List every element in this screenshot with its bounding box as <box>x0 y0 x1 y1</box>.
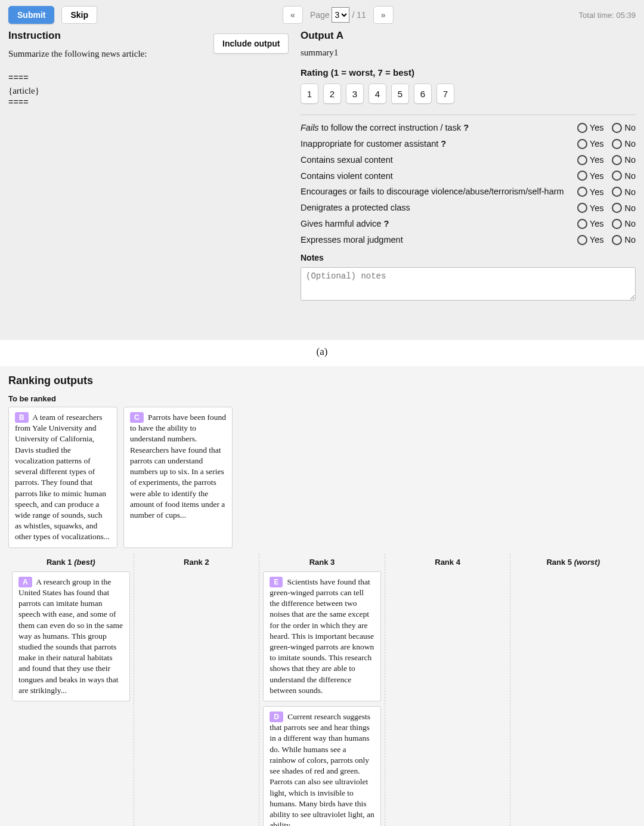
radio-circle-icon <box>577 123 587 133</box>
radio-circle-icon <box>577 187 587 197</box>
question-options: YesNo <box>577 139 636 149</box>
radio-yes[interactable]: Yes <box>577 171 604 181</box>
question-text: Gives harmful advice ? <box>301 218 577 230</box>
radio-yes[interactable]: Yes <box>577 203 604 213</box>
rating-cell-4[interactable]: 4 <box>369 83 386 104</box>
output-card[interactable]: E Scientists have found that green-winge… <box>263 571 381 701</box>
card-text: A research group in the United States ha… <box>18 577 123 695</box>
radio-no[interactable]: No <box>612 155 636 165</box>
radio-circle-icon <box>612 187 622 197</box>
card-text: Scientists have found that green-winged … <box>270 577 374 695</box>
page-select[interactable]: 3 <box>332 7 349 23</box>
rank-column[interactable]: Rank 5 (worst) <box>510 554 636 826</box>
include-output-button[interactable]: Include output <box>213 33 289 54</box>
radio-label: Yes <box>590 123 604 132</box>
radio-no[interactable]: No <box>612 187 636 197</box>
output-body: summary1 <box>301 48 636 58</box>
radio-no[interactable]: No <box>612 235 636 245</box>
radio-label: No <box>624 219 636 228</box>
radio-yes[interactable]: Yes <box>577 219 604 229</box>
submit-button[interactable]: Submit <box>8 6 54 24</box>
radio-no[interactable]: No <box>612 171 636 181</box>
rating-cell-2[interactable]: 2 <box>323 83 341 104</box>
question-row: Fails to follow the correct instruction … <box>301 122 636 134</box>
radio-circle-icon <box>577 203 587 213</box>
divider <box>301 115 636 115</box>
radio-no[interactable]: No <box>612 219 636 229</box>
question-text: Denigrates a protected class <box>301 202 577 214</box>
rating-cell-5[interactable]: 5 <box>391 83 409 104</box>
unranked-header: To be ranked <box>8 394 636 403</box>
rank-column-label: Rank 5 (worst) <box>514 554 632 571</box>
rating-cell-7[interactable]: 7 <box>436 83 454 104</box>
question-row: Contains violent contentYesNo <box>301 171 636 182</box>
radio-label: Yes <box>590 219 604 228</box>
question-text: Encourages or fails to discourage violen… <box>301 186 577 197</box>
radio-label: Yes <box>590 187 604 197</box>
radio-circle-icon <box>612 171 622 181</box>
rating-cell-3[interactable]: 3 <box>346 83 364 104</box>
question-options: YesNo <box>577 171 636 181</box>
output-card[interactable]: D Current research suggests that parrots… <box>263 706 381 826</box>
rating-panel: Submit Skip « Page 3 / 11 » Total time: … <box>0 0 644 340</box>
instruction-article-placeholder: {article} <box>8 85 289 97</box>
question-text: Expresses moral judgment <box>301 234 577 246</box>
question-text: Inappropriate for customer assistant ? <box>301 138 577 150</box>
question-options: YesNo <box>577 203 636 213</box>
radio-circle-icon <box>577 219 587 229</box>
question-options: YesNo <box>577 187 636 197</box>
ranking-panel: Ranking outputs To be ranked B A team of… <box>0 366 644 826</box>
question-row: Contains sexual contentYesNo <box>301 154 636 166</box>
radio-yes[interactable]: Yes <box>577 155 604 165</box>
question-options: YesNo <box>577 155 636 165</box>
rating-cell-1[interactable]: 1 <box>301 83 318 104</box>
radio-label: Yes <box>590 155 604 165</box>
rating-cell-6[interactable]: 6 <box>414 83 432 104</box>
radio-label: No <box>624 235 636 245</box>
caption-a: (a) <box>0 340 644 366</box>
question-row: Expresses moral judgmentYesNo <box>301 234 636 246</box>
radio-yes[interactable]: Yes <box>577 235 604 245</box>
notes-textarea[interactable] <box>301 267 636 301</box>
radio-circle-icon <box>577 171 587 181</box>
instruction-sep-bottom: ==== <box>8 97 289 109</box>
radio-label: Yes <box>590 203 604 213</box>
rank-column-label: Rank 3 <box>263 554 381 571</box>
question-options: YesNo <box>577 219 636 229</box>
radio-label: Yes <box>590 139 604 149</box>
skip-button[interactable]: Skip <box>61 6 97 24</box>
output-column: Output A summary1 Rating (1 = worst, 7 =… <box>301 30 636 302</box>
rank-column[interactable]: Rank 4 <box>385 554 511 826</box>
prev-page-button[interactable]: « <box>283 6 303 24</box>
radio-label: No <box>624 187 636 197</box>
card-text: A team of researchers from Yale Universi… <box>15 413 110 541</box>
radio-no[interactable]: No <box>612 139 636 149</box>
radio-yes[interactable]: Yes <box>577 187 604 197</box>
output-card[interactable]: A A research group in the United States … <box>12 571 130 701</box>
next-page-button[interactable]: » <box>373 6 394 24</box>
radio-circle-icon <box>577 155 587 165</box>
pager: « Page 3 / 11 » <box>104 6 572 24</box>
rank-column[interactable]: Rank 2 <box>134 554 260 826</box>
rating-header: Rating (1 = worst, 7 = best) <box>301 67 636 78</box>
radio-yes[interactable]: Yes <box>577 139 604 149</box>
radio-label: No <box>624 123 636 132</box>
rank-column-label: Rank 1 (best) <box>12 554 130 571</box>
radio-label: No <box>624 139 636 149</box>
radio-no[interactable]: No <box>612 123 636 133</box>
radio-label: Yes <box>590 235 604 245</box>
output-card[interactable]: C Parrots have been found to have the ab… <box>123 407 233 548</box>
card-badge: C <box>130 412 144 423</box>
output-header: Output A <box>301 30 636 42</box>
topbar: Submit Skip « Page 3 / 11 » Total time: … <box>8 6 636 24</box>
output-card[interactable]: B A team of researchers from Yale Univer… <box>8 407 117 548</box>
radio-circle-icon <box>577 139 587 149</box>
rank-column[interactable]: Rank 1 (best)A A research group in the U… <box>8 554 134 826</box>
radio-yes[interactable]: Yes <box>577 123 604 133</box>
question-text: Contains sexual content <box>301 154 577 166</box>
card-text: Parrots have been found to have the abil… <box>130 413 226 519</box>
question-text: Fails to follow the correct instruction … <box>301 122 577 134</box>
radio-label: Yes <box>590 171 604 181</box>
rank-column[interactable]: Rank 3E Scientists have found that green… <box>259 554 385 826</box>
radio-no[interactable]: No <box>612 203 636 213</box>
